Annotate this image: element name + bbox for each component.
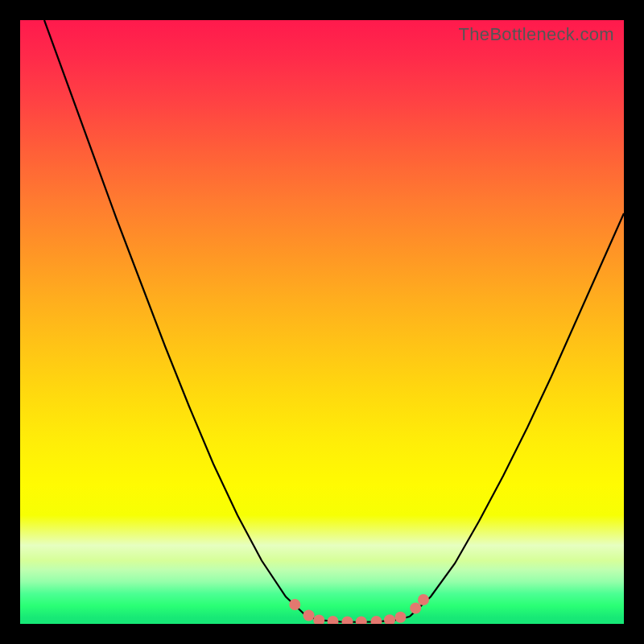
valley-marker [395,612,407,623]
valley-marker [371,616,382,624]
valley-marker [342,616,353,624]
valley-marker [418,594,429,605]
curve-layer [20,20,624,624]
valley-marker [303,610,315,621]
valley-marker-group [289,594,429,624]
valley-marker [289,599,300,610]
plot-area: TheBottleneck.com [20,20,624,624]
chart-frame: TheBottleneck.com [0,0,644,644]
valley-marker [328,616,339,624]
valley-marker [356,616,367,624]
valley-marker [313,615,324,625]
curve-right-ascent [410,213,624,617]
curve-left-descent [44,20,307,617]
valley-marker [384,614,395,624]
valley-marker [410,603,421,614]
